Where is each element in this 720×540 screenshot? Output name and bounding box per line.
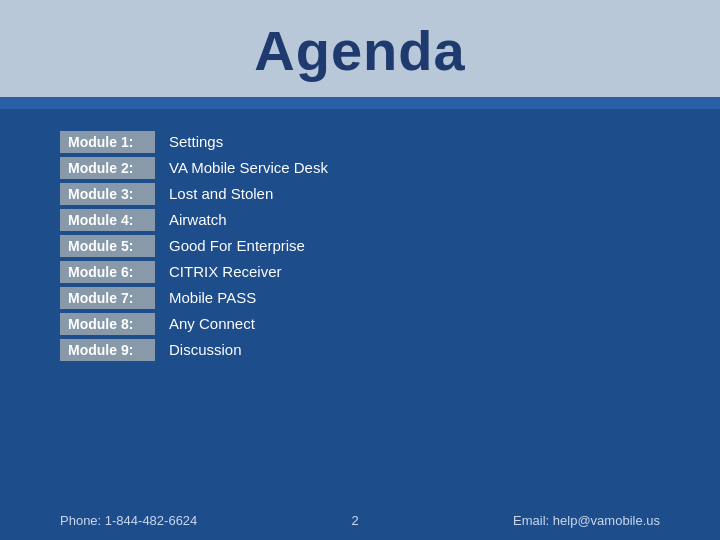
modules-grid: Module 1:SettingsModule 2:VA Mobile Serv… <box>60 131 660 495</box>
module-desc-1: Settings <box>155 133 223 150</box>
footer-email: Email: help@vamobile.us <box>513 513 660 528</box>
page-container: Agenda Module 1:SettingsModule 2:VA Mobi… <box>0 0 720 540</box>
module-desc-5: Good For Enterprise <box>155 237 305 254</box>
module-row: Module 7:Mobile PASS <box>60 287 660 309</box>
module-label-9: Module 9: <box>60 339 155 361</box>
page-title: Agenda <box>254 18 465 83</box>
module-label-1: Module 1: <box>60 131 155 153</box>
footer: Phone: 1-844-482-6624 2 Email: help@vamo… <box>0 505 720 540</box>
module-desc-6: CITRIX Receiver <box>155 263 282 280</box>
title-section: Agenda <box>0 0 720 97</box>
module-desc-8: Any Connect <box>155 315 255 332</box>
module-row: Module 6:CITRIX Receiver <box>60 261 660 283</box>
module-label-2: Module 2: <box>60 157 155 179</box>
module-label-7: Module 7: <box>60 287 155 309</box>
module-desc-3: Lost and Stolen <box>155 185 273 202</box>
module-row: Module 9:Discussion <box>60 339 660 361</box>
module-label-5: Module 5: <box>60 235 155 257</box>
module-row: Module 8:Any Connect <box>60 313 660 335</box>
module-row: Module 2:VA Mobile Service Desk <box>60 157 660 179</box>
module-label-6: Module 6: <box>60 261 155 283</box>
module-label-4: Module 4: <box>60 209 155 231</box>
module-row: Module 1:Settings <box>60 131 660 153</box>
module-label-3: Module 3: <box>60 183 155 205</box>
module-desc-2: VA Mobile Service Desk <box>155 159 328 176</box>
module-label-8: Module 8: <box>60 313 155 335</box>
content-section: Module 1:SettingsModule 2:VA Mobile Serv… <box>0 109 720 505</box>
module-row: Module 5:Good For Enterprise <box>60 235 660 257</box>
module-desc-4: Airwatch <box>155 211 227 228</box>
module-row: Module 3:Lost and Stolen <box>60 183 660 205</box>
blue-bar <box>0 97 720 109</box>
module-desc-9: Discussion <box>155 341 242 358</box>
footer-page-number: 2 <box>352 513 359 528</box>
module-desc-7: Mobile PASS <box>155 289 256 306</box>
footer-phone: Phone: 1-844-482-6624 <box>60 513 197 528</box>
module-row: Module 4:Airwatch <box>60 209 660 231</box>
